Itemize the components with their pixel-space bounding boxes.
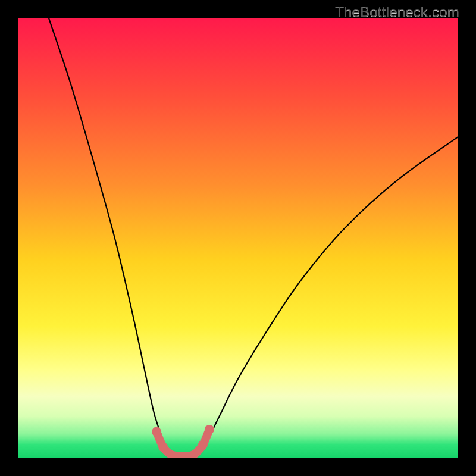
right-curve <box>194 137 458 458</box>
svg-point-2 <box>158 443 168 452</box>
valley-marker <box>152 425 214 456</box>
chart-frame: TheBottleneck.com <box>0 0 476 476</box>
svg-point-3 <box>198 440 208 450</box>
curve-layer <box>18 18 458 458</box>
svg-point-4 <box>205 425 214 434</box>
left-curve <box>49 18 172 458</box>
svg-point-1 <box>152 427 161 437</box>
plot-area <box>18 18 458 458</box>
